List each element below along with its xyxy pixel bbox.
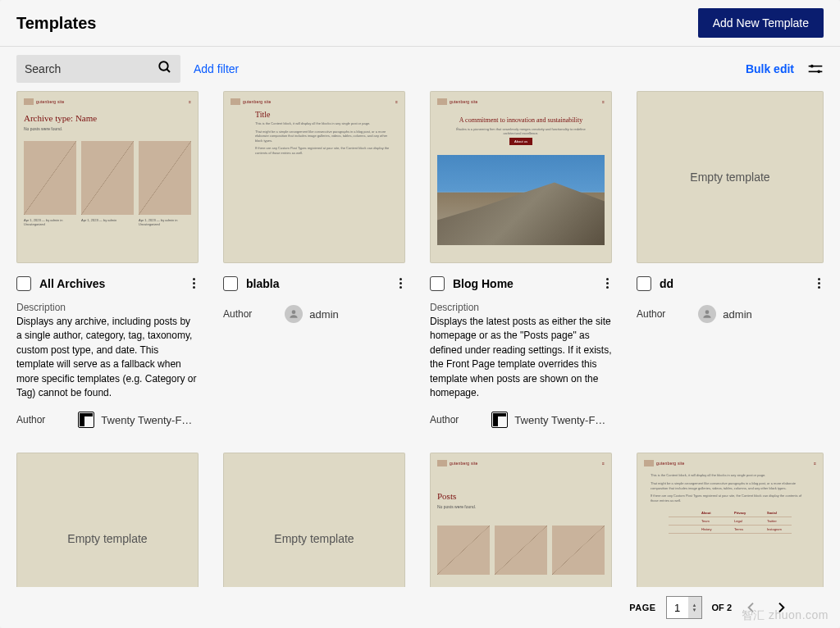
description-label: Description	[430, 302, 612, 313]
template-card: Empty template	[223, 453, 405, 589]
svg-point-6	[292, 310, 296, 314]
templates-grid: gutenberg site≡ Archive type: Name No po…	[16, 91, 824, 589]
svg-point-7	[705, 310, 710, 314]
template-title[interactable]: All Archives	[39, 277, 105, 290]
search-input[interactable]	[25, 62, 139, 75]
author-label: Author	[16, 414, 45, 425]
template-card: gutenberg site≡ A commitment to innovati…	[430, 91, 612, 428]
template-description: Displays any archive, including posts by…	[16, 315, 199, 400]
template-checkbox[interactable]	[430, 276, 445, 291]
template-author: admin	[698, 305, 751, 323]
template-card: gutenberg site≡ Posts No posts were foun…	[430, 453, 612, 589]
svg-line-1	[167, 69, 170, 72]
templates-scroll-area[interactable]: gutenberg site≡ Archive type: Name No po…	[0, 91, 840, 589]
template-title[interactable]: blabla	[246, 277, 279, 290]
template-actions-menu[interactable]	[189, 273, 199, 294]
author-label: Author	[223, 308, 252, 320]
add-filter-button[interactable]: Add filter	[194, 62, 239, 75]
author-label: Author	[637, 308, 665, 320]
template-checkbox[interactable]	[223, 276, 238, 291]
page-input-container: ▲▼	[666, 596, 702, 619]
description-label: Description	[16, 302, 199, 313]
add-new-template-button[interactable]: Add New Template	[698, 8, 824, 38]
template-actions-menu[interactable]	[603, 273, 612, 294]
template-card: gutenberg site≡ Archive type: Name No po…	[16, 91, 199, 428]
search-container[interactable]	[16, 55, 180, 83]
page-title: Templates	[16, 14, 96, 33]
template-preview[interactable]: Empty template	[637, 91, 824, 263]
template-card: gutenberg site≡ Title This is the Conten…	[223, 91, 405, 428]
template-preview[interactable]: Empty template	[16, 453, 199, 589]
page-stepper[interactable]: ▲▼	[688, 597, 701, 618]
template-card: gutenberg site≡ This is the Content bloc…	[637, 453, 824, 589]
template-checkbox[interactable]	[16, 276, 31, 291]
bulk-edit-button[interactable]: Bulk edit	[746, 62, 794, 75]
of-label: OF 2	[712, 603, 732, 612]
user-avatar-icon	[285, 305, 303, 323]
page-label: PAGE	[629, 603, 655, 612]
svg-rect-5	[809, 71, 823, 73]
svg-point-0	[159, 61, 168, 71]
template-title[interactable]: Blog Home	[453, 277, 514, 290]
template-actions-menu[interactable]	[815, 273, 824, 294]
page-container: Templates Add New Template Add filter Bu…	[0, 0, 840, 628]
template-preview[interactable]: Empty template	[223, 453, 405, 589]
toolbar-right: Bulk edit	[746, 61, 824, 77]
template-card: Empty template dd Author admin	[637, 91, 824, 428]
template-author: admin	[285, 305, 338, 323]
template-title[interactable]: dd	[660, 277, 673, 290]
header-bar: Templates Add New Template	[0, 0, 840, 46]
template-preview[interactable]: gutenberg site≡ Title This is the Conten…	[223, 91, 405, 263]
template-checkbox[interactable]	[637, 276, 651, 291]
toolbar-left: Add filter	[16, 55, 239, 83]
svg-rect-3	[809, 66, 823, 67]
template-author: Twenty Twenty-F…	[491, 412, 605, 428]
template-card: Empty template	[16, 453, 199, 589]
author-label: Author	[430, 414, 459, 425]
next-page-button[interactable]	[771, 598, 791, 617]
template-preview[interactable]: gutenberg site≡ This is the Content bloc…	[637, 453, 824, 589]
view-options-icon[interactable]	[807, 61, 824, 77]
template-preview[interactable]: gutenberg site≡ A commitment to innovati…	[430, 91, 612, 263]
template-actions-menu[interactable]	[396, 273, 405, 294]
template-description: Displays the latest posts as either the …	[430, 315, 612, 400]
theme-icon	[491, 412, 508, 428]
toolbar: Add filter Bulk edit	[0, 47, 840, 91]
template-preview[interactable]: gutenberg site≡ Posts No posts were foun…	[430, 453, 612, 589]
template-author: Twenty Twenty-F…	[78, 412, 192, 428]
user-avatar-icon	[698, 305, 716, 323]
prev-page-button[interactable]	[742, 598, 761, 617]
theme-icon	[78, 412, 94, 428]
pagination-bar: PAGE ▲▼ OF 2	[0, 587, 840, 628]
template-preview[interactable]: gutenberg site≡ Archive type: Name No po…	[16, 91, 199, 263]
page-number-input[interactable]	[667, 597, 688, 618]
search-icon	[158, 60, 172, 78]
